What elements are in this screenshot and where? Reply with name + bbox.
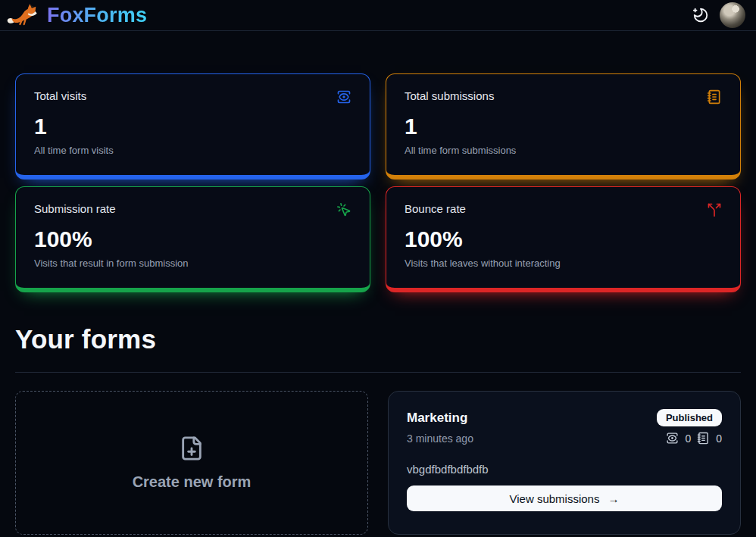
dashboard-main: Total visits 1 All time form visits Tota…	[0, 73, 756, 535]
fox-logo-icon	[6, 2, 41, 28]
user-avatar[interactable]	[720, 2, 745, 28]
stat-card-submission-rate: Submission rate 100% Visits that result …	[15, 186, 370, 292]
app-header: FoxForms	[0, 0, 756, 31]
create-new-form-label: Create new form	[133, 473, 251, 491]
form-description: vbgdfbdfbdfbdfb	[407, 463, 722, 476]
form-updated-time: 3 minutes ago	[407, 432, 473, 445]
published-status-badge: Published	[657, 409, 722, 426]
stat-value: 1	[405, 114, 722, 139]
header-actions	[692, 2, 745, 28]
stat-value: 100%	[405, 226, 722, 252]
visits-count: 0	[685, 432, 691, 445]
visits-eye-icon	[666, 432, 679, 445]
scan-eye-icon	[336, 89, 351, 108]
stat-title: Total visits	[34, 89, 86, 102]
form-card-marketing: Marketing Published 3 minutes ago 0	[388, 391, 741, 535]
split-arrow-icon	[707, 202, 722, 220]
moon-star-icon	[692, 7, 709, 23]
file-plus-icon	[179, 436, 205, 461]
form-name: Marketing	[407, 411, 467, 426]
brand: FoxForms	[6, 2, 147, 28]
your-forms-heading: Your forms	[15, 324, 741, 354]
brand-title[interactable]: FoxForms	[47, 4, 147, 27]
submissions-count: 0	[716, 432, 722, 445]
stat-value: 1	[34, 114, 351, 139]
stat-subtitle: All time form submissions	[405, 145, 722, 156]
stat-subtitle: Visits that leaves without interacting	[405, 258, 722, 269]
theme-toggle-button[interactable]	[692, 7, 709, 23]
arrow-right-icon: →	[608, 492, 619, 505]
form-card-meta-row: 3 minutes ago 0 0	[407, 432, 722, 445]
stat-card-total-visits: Total visits 1 All time form visits	[15, 73, 370, 180]
stat-title: Bounce rate	[405, 202, 466, 215]
form-mini-stats: 0 0	[666, 432, 722, 445]
stat-title: Total submissions	[405, 89, 494, 102]
stat-card-bounce-rate: Bounce rate 100% Visits that leaves with…	[386, 186, 741, 292]
form-card-title-row: Marketing Published	[407, 409, 722, 426]
stat-card-total-submissions: Total submissions 1 All time form submis…	[386, 73, 741, 180]
notebook-text-icon	[707, 89, 722, 108]
view-submissions-label: View submissions	[510, 492, 600, 505]
stats-grid: Total visits 1 All time form visits Tota…	[15, 73, 741, 292]
submissions-notebook-icon	[697, 432, 710, 445]
stat-subtitle: Visits that result in form submission	[34, 258, 351, 269]
section-divider	[15, 372, 741, 373]
stat-title: Submission rate	[34, 202, 116, 215]
create-new-form-card[interactable]: Create new form	[15, 391, 368, 535]
mouse-pointer-click-icon	[336, 202, 351, 220]
view-submissions-button[interactable]: View submissions →	[407, 485, 722, 511]
stat-subtitle: All time form visits	[34, 145, 351, 156]
stat-value: 100%	[34, 226, 351, 252]
forms-grid: Create new form Marketing Published 3 mi…	[15, 391, 741, 535]
